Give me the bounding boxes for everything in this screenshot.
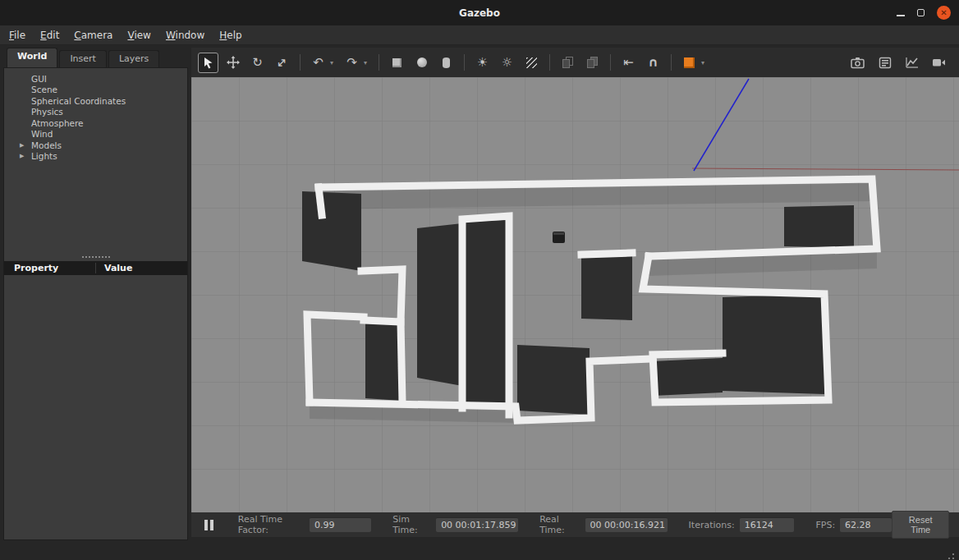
translate-tool-button[interactable] (223, 53, 243, 73)
move-icon (227, 56, 240, 69)
panel-splitter[interactable] (4, 253, 187, 261)
copy-button[interactable] (558, 53, 578, 73)
viewport-canvas[interactable] (191, 77, 959, 512)
tree-item-models[interactable]: ▶ Models (4, 140, 187, 151)
point-light-icon: ☀ (477, 57, 488, 69)
paste-button[interactable] (582, 53, 603, 73)
property-table-body (4, 275, 187, 539)
plot-icon (906, 57, 919, 69)
point-light-button[interactable]: ☀ (472, 53, 493, 73)
box-icon (392, 58, 401, 67)
simulation-status-bar: Real Time Factor: 0.99 Sim Time: 00 00:0… (191, 512, 959, 537)
menu-window[interactable]: Window (158, 27, 212, 44)
wall-dark-face (784, 205, 854, 248)
menu-edit[interactable]: Edit (33, 27, 67, 44)
window-title: Gazebo (459, 7, 500, 19)
fps-label: FPS: (815, 520, 835, 530)
real-time-label: Real Time: (539, 514, 580, 535)
splitter-handle-icon (82, 256, 110, 258)
toolbar-separator (300, 54, 301, 71)
pause-icon (204, 520, 208, 530)
menu-file[interactable]: File (2, 27, 33, 44)
sim-time-value: 00 00:01:17.859 (436, 517, 518, 532)
toolbar-separator (671, 54, 672, 71)
cylinder-icon (443, 57, 450, 68)
insert-box-button[interactable] (387, 53, 407, 73)
property-table-header: Property Value (4, 261, 187, 275)
menu-view[interactable]: View (120, 27, 158, 44)
align-tool-button[interactable]: ⇤ (618, 53, 639, 73)
screenshot-button[interactable] (847, 53, 868, 73)
maze-wall (401, 322, 402, 402)
tree-item-physics[interactable]: Physics (4, 107, 187, 118)
tab-world[interactable]: World (7, 48, 57, 67)
title-bar: Gazebo ✕ (0, 0, 959, 25)
paste-icon (587, 57, 598, 68)
redo-dropdown[interactable]: ▾ (364, 59, 371, 67)
record-video-button[interactable] (929, 53, 949, 73)
toolbar-right-group (847, 53, 949, 73)
rotate-tool-button[interactable]: ↻ (247, 53, 268, 73)
spot-light-icon: ☼ (502, 57, 512, 69)
insert-sphere-button[interactable] (411, 53, 432, 73)
redo-icon: ↷ (346, 57, 357, 69)
main-toolbar: ↻ ↔ ↶ ▾ ↷ ▾ ☀ ☼ ⇤ ∩ (191, 48, 959, 77)
data-logger-button[interactable] (874, 53, 895, 73)
toolbar-separator (379, 54, 379, 71)
pause-button[interactable] (201, 517, 217, 532)
world-tree: GUI Scene Spherical Coordinates Physics … (4, 68, 187, 165)
redo-button[interactable]: ↷ (342, 53, 362, 73)
close-icon[interactable]: ✕ (937, 6, 951, 20)
toolbar-separator (610, 54, 611, 71)
tree-item-spherical-coordinates[interactable]: Spherical Coordinates (4, 95, 187, 107)
directional-light-button[interactable] (521, 53, 542, 73)
tree-item-wind[interactable]: Wind (4, 129, 187, 140)
rotate-icon: ↻ (252, 57, 263, 69)
expand-arrow-icon[interactable]: ▶ (20, 142, 31, 149)
robot-box-top (553, 232, 564, 235)
left-panel: World Insert Layers GUI Scene Spherical … (3, 48, 188, 540)
tree-item-scene[interactable]: Scene (4, 85, 187, 96)
tree-item-lights[interactable]: ▶ Lights (4, 151, 187, 163)
view-angle-dropdown[interactable]: ▾ (701, 59, 709, 67)
wall-dark-face (302, 191, 361, 271)
select-tool-button[interactable] (198, 53, 218, 73)
menu-help[interactable]: Help (212, 27, 249, 44)
align-icon: ⇤ (623, 57, 634, 69)
iterations-value: 16124 (740, 517, 795, 532)
render-viewport: Real Time Factor: 0.99 Sim Time: 00 00:0… (191, 77, 959, 537)
wall-dark-face (365, 320, 401, 401)
real-time-factor-value: 0.99 (310, 517, 371, 532)
fps-value: 62.28 (840, 517, 892, 532)
undo-button[interactable]: ↶ (308, 53, 328, 73)
tree-item-label: Lights (31, 151, 57, 161)
view-cube-icon (684, 57, 695, 68)
sim-time-label: Sim Time: (392, 514, 431, 535)
undo-dropdown[interactable]: ▾ (330, 59, 337, 67)
window-resize-grip[interactable] (952, 553, 954, 555)
wall-dark-face (653, 358, 723, 396)
toolbar-separator (549, 54, 550, 71)
property-column-header: Property (4, 263, 96, 273)
snap-tool-button[interactable]: ∩ (643, 53, 663, 73)
expand-arrow-icon[interactable]: ▶ (20, 153, 31, 159)
world-tree-panel: GUI Scene Spherical Coordinates Physics … (3, 67, 188, 540)
spot-light-button[interactable]: ☼ (497, 53, 517, 73)
tab-layers[interactable]: Layers (108, 50, 159, 67)
tab-insert[interactable]: Insert (59, 50, 107, 67)
insert-cylinder-button[interactable] (436, 53, 457, 73)
scale-tool-button[interactable]: ↔ (272, 53, 292, 73)
minimize-icon[interactable] (897, 15, 905, 16)
menu-camera[interactable]: Camera (67, 27, 120, 44)
tree-item-label: Models (31, 140, 62, 150)
sphere-icon (417, 57, 427, 67)
toolbar-separator (464, 54, 465, 71)
maximize-icon[interactable] (917, 9, 925, 16)
tree-item-gui[interactable]: GUI (4, 73, 187, 85)
tree-item-atmosphere[interactable]: Atmosphere (4, 117, 187, 129)
copy-icon (562, 57, 573, 68)
plot-button[interactable] (902, 53, 922, 73)
view-angle-button[interactable] (679, 53, 700, 73)
reset-time-button[interactable]: Reset Time (892, 511, 949, 539)
real-time-value: 00 00:00:16.921 (585, 517, 668, 532)
